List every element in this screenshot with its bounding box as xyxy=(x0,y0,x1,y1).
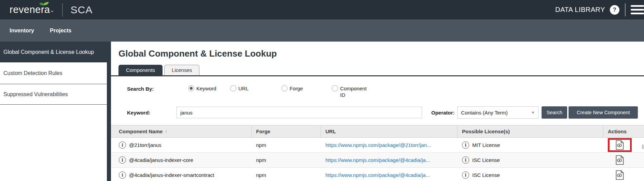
revenera-logo: revenera ™ xyxy=(10,4,53,15)
operator-select[interactable]: Contains (Any Term) ▼ xyxy=(457,106,538,119)
nav-item-projects[interactable]: Projects xyxy=(50,28,71,34)
view-details-icon[interactable] xyxy=(616,170,624,180)
action-cell xyxy=(608,168,632,181)
table-row: i @4cadia/janus-indexer-smartcontract np… xyxy=(111,168,644,181)
create-new-component-button[interactable]: Create New Component xyxy=(569,106,638,119)
search-by-row: Search By: Keyword URL Forge Component I… xyxy=(118,85,644,98)
component-url-link[interactable]: https://www.npmjs.com/package/@4cadia/ja… xyxy=(325,157,430,163)
product-name: SCA xyxy=(70,4,93,16)
column-header-component-name[interactable]: Component Name ↑ xyxy=(111,125,252,137)
radio-url-label[interactable]: URL xyxy=(238,85,249,92)
license-name: ISC License xyxy=(472,172,500,178)
column-header-forge[interactable]: Forge xyxy=(252,125,321,137)
forge-value: npm xyxy=(252,168,321,181)
logo-trademark: ™ xyxy=(50,10,53,14)
operator-selected-value: Contains (Any Term) xyxy=(461,110,507,116)
radio-component-id-button[interactable] xyxy=(332,85,338,91)
radio-forge-button[interactable] xyxy=(281,85,288,91)
keyword-input[interactable] xyxy=(177,107,422,118)
radio-forge-label[interactable]: Forge xyxy=(290,85,303,92)
help-icon[interactable]: ? xyxy=(610,5,619,15)
main-content: Global Component & License Lookup Compon… xyxy=(111,42,644,181)
search-by-label: Search By: xyxy=(127,85,188,92)
header-divider xyxy=(625,3,626,16)
sidebar-item-custom-detection-rules[interactable]: Custom Detection Rules xyxy=(0,62,107,84)
tab-licenses[interactable]: Licenses xyxy=(164,65,199,75)
column-header-actions: Actions xyxy=(603,125,644,137)
operator-label: Operator: xyxy=(431,110,454,116)
forge-value: npm xyxy=(252,153,321,167)
main-nav: Inventory Projects xyxy=(0,19,644,42)
action-cell xyxy=(608,153,632,167)
info-icon[interactable]: i xyxy=(462,156,469,164)
info-icon[interactable]: i xyxy=(119,141,126,149)
sidebar-item-global-lookup[interactable]: Global Component & License Lookup xyxy=(0,42,111,62)
scrollbar-thumb[interactable] xyxy=(642,145,644,149)
keyword-label: Keyword: xyxy=(127,110,177,116)
column-header-possible-licenses[interactable]: Possible License(s) xyxy=(458,125,603,137)
table-header-row: Component Name ↑ Forge URL Possible Lice… xyxy=(111,125,644,138)
radio-keyword-button[interactable] xyxy=(188,85,194,91)
forge-value: npm xyxy=(252,138,321,152)
table-row: i @4cadia/janus-indexer-core npm https:/… xyxy=(111,153,644,168)
radio-keyword[interactable]: Keyword xyxy=(188,85,230,92)
keyword-row: Keyword: Operator: Contains (Any Term) ▼… xyxy=(118,106,644,119)
logo-divider xyxy=(62,3,63,17)
view-details-icon[interactable] xyxy=(616,140,624,150)
revenera-leaf-icon xyxy=(40,2,48,6)
component-name: @4cadia/janus-indexer-smartcontract xyxy=(129,172,214,178)
chevron-down-icon: ▼ xyxy=(531,110,535,115)
search-button[interactable]: Search xyxy=(542,106,567,119)
info-icon[interactable]: i xyxy=(462,171,469,179)
radio-url[interactable]: URL xyxy=(230,85,281,92)
app-window: revenera ™ SCA DATA LIBRARY ? Inventory … xyxy=(0,0,644,181)
radio-component-id[interactable]: Component ID xyxy=(332,85,372,98)
component-url-link[interactable]: https://www.npmjs.com/package/@4cadia/ja… xyxy=(325,172,430,178)
info-icon[interactable]: i xyxy=(119,156,126,164)
component-url-link[interactable]: https://www.npmjs.com/package/@21torr/ja… xyxy=(325,142,431,148)
data-library-label: DATA LIBRARY xyxy=(555,6,605,14)
results-table: Component Name ↑ Forge URL Possible Lice… xyxy=(111,125,644,181)
license-name: MIT License xyxy=(472,142,500,148)
info-icon[interactable]: i xyxy=(119,171,126,179)
tab-components[interactable]: Components xyxy=(118,65,163,75)
page-title: Global Component & License Lookup xyxy=(118,48,644,59)
radio-forge[interactable]: Forge xyxy=(281,85,332,92)
info-icon[interactable]: i xyxy=(462,141,469,149)
radio-component-id-label[interactable]: Component ID xyxy=(340,85,372,98)
component-name: @21torr/janus xyxy=(129,142,161,148)
column-header-url[interactable]: URL xyxy=(321,125,458,137)
radio-url-button[interactable] xyxy=(230,85,236,91)
nav-item-inventory[interactable]: Inventory xyxy=(10,28,34,34)
sidebar-item-suppressed-vulnerabilities[interactable]: Suppressed Vulnerabilities xyxy=(0,84,107,105)
red-highlight-box xyxy=(608,138,632,152)
radio-keyword-label[interactable]: Keyword xyxy=(196,85,216,92)
sort-ascending-icon: ↑ xyxy=(165,129,167,134)
tab-bar: Components Licenses xyxy=(111,65,644,76)
table-row: i @21torr/janus npm https://www.npmjs.co… xyxy=(111,138,644,153)
hamburger-menu-icon[interactable] xyxy=(631,5,644,14)
top-header: revenera ™ SCA DATA LIBRARY ? xyxy=(0,0,644,19)
license-name: ISC License xyxy=(472,157,500,163)
sidebar: Global Component & License Lookup Custom… xyxy=(0,42,111,181)
view-details-icon[interactable] xyxy=(616,155,624,165)
component-name: @4cadia/janus-indexer-core xyxy=(129,157,193,163)
